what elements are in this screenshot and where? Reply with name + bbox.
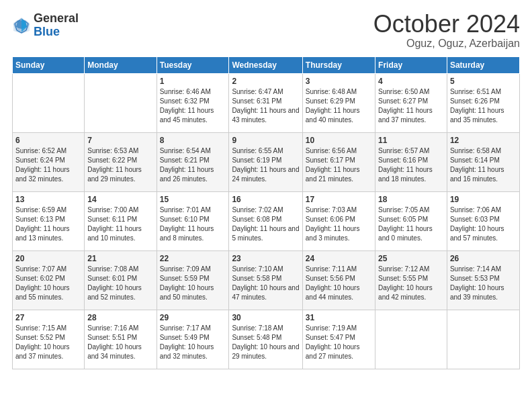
calendar-cell: 29Sunrise: 7:17 AM Sunset: 5:49 PM Dayli… bbox=[157, 310, 229, 369]
calendar-header: Sunday Monday Tuesday Wednesday Thursday… bbox=[13, 57, 520, 74]
col-monday: Monday bbox=[85, 57, 157, 74]
day-info: Sunrise: 7:12 AM Sunset: 5:55 PM Dayligh… bbox=[378, 265, 444, 302]
calendar-cell: 18Sunrise: 7:05 AM Sunset: 6:05 PM Dayli… bbox=[375, 192, 447, 251]
day-number: 10 bbox=[306, 136, 372, 145]
day-number: 1 bbox=[160, 77, 226, 86]
calendar-cell: 11Sunrise: 6:57 AM Sunset: 6:16 PM Dayli… bbox=[375, 133, 447, 192]
day-info: Sunrise: 7:01 AM Sunset: 6:10 PM Dayligh… bbox=[160, 205, 226, 243]
calendar: Sunday Monday Tuesday Wednesday Thursday… bbox=[12, 56, 520, 369]
calendar-body: 1Sunrise: 6:46 AM Sunset: 6:32 PM Daylig… bbox=[13, 74, 520, 369]
logo-text: General Blue bbox=[34, 12, 79, 39]
day-number: 9 bbox=[232, 136, 299, 145]
day-info: Sunrise: 7:10 AM Sunset: 5:58 PM Dayligh… bbox=[232, 265, 299, 302]
calendar-cell: 7Sunrise: 6:53 AM Sunset: 6:22 PM Daylig… bbox=[85, 133, 157, 192]
day-number: 15 bbox=[160, 195, 226, 204]
day-number: 2 bbox=[232, 77, 299, 86]
calendar-cell bbox=[85, 74, 157, 133]
day-info: Sunrise: 7:15 AM Sunset: 5:52 PM Dayligh… bbox=[15, 324, 81, 361]
location: Oguz, Oguz, Azerbaijan bbox=[373, 38, 520, 50]
day-info: Sunrise: 7:08 AM Sunset: 6:01 PM Dayligh… bbox=[87, 265, 153, 302]
calendar-cell: 13Sunrise: 6:59 AM Sunset: 6:13 PM Dayli… bbox=[13, 192, 85, 251]
calendar-cell: 21Sunrise: 7:08 AM Sunset: 6:01 PM Dayli… bbox=[85, 251, 157, 310]
day-info: Sunrise: 7:05 AM Sunset: 6:05 PM Dayligh… bbox=[378, 205, 444, 243]
logo-icon bbox=[12, 16, 31, 35]
calendar-cell: 17Sunrise: 7:03 AM Sunset: 6:06 PM Dayli… bbox=[302, 192, 375, 251]
calendar-cell bbox=[13, 74, 85, 133]
day-info: Sunrise: 6:51 AM Sunset: 6:26 PM Dayligh… bbox=[450, 87, 517, 125]
day-info: Sunrise: 7:17 AM Sunset: 5:49 PM Dayligh… bbox=[160, 324, 226, 361]
calendar-cell: 10Sunrise: 6:56 AM Sunset: 6:17 PM Dayli… bbox=[302, 133, 375, 192]
day-info: Sunrise: 7:18 AM Sunset: 5:48 PM Dayligh… bbox=[232, 324, 299, 361]
day-info: Sunrise: 7:11 AM Sunset: 5:56 PM Dayligh… bbox=[306, 265, 372, 302]
day-number: 13 bbox=[15, 195, 81, 204]
calendar-cell: 1Sunrise: 6:46 AM Sunset: 6:32 PM Daylig… bbox=[157, 74, 229, 133]
day-info: Sunrise: 7:16 AM Sunset: 5:51 PM Dayligh… bbox=[87, 324, 153, 361]
day-info: Sunrise: 6:48 AM Sunset: 6:29 PM Dayligh… bbox=[306, 87, 372, 125]
day-number: 12 bbox=[450, 136, 517, 145]
col-saturday: Saturday bbox=[447, 57, 519, 74]
calendar-cell: 26Sunrise: 7:14 AM Sunset: 5:53 PM Dayli… bbox=[447, 251, 519, 310]
calendar-cell: 3Sunrise: 6:48 AM Sunset: 6:29 PM Daylig… bbox=[302, 74, 375, 133]
day-number: 26 bbox=[450, 254, 517, 263]
col-thursday: Thursday bbox=[302, 57, 375, 74]
calendar-week-2: 6Sunrise: 6:52 AM Sunset: 6:24 PM Daylig… bbox=[13, 133, 520, 192]
calendar-cell: 5Sunrise: 6:51 AM Sunset: 6:26 PM Daylig… bbox=[447, 74, 519, 133]
day-number: 21 bbox=[87, 254, 153, 263]
day-number: 31 bbox=[306, 313, 372, 322]
day-info: Sunrise: 6:55 AM Sunset: 6:19 PM Dayligh… bbox=[232, 146, 299, 184]
col-friday: Friday bbox=[375, 57, 447, 74]
title-section: October 2024 Oguz, Oguz, Azerbaijan bbox=[373, 12, 520, 50]
day-number: 23 bbox=[232, 254, 299, 263]
day-info: Sunrise: 6:53 AM Sunset: 6:22 PM Dayligh… bbox=[87, 146, 153, 184]
calendar-cell bbox=[375, 310, 447, 369]
day-number: 25 bbox=[378, 254, 444, 263]
day-info: Sunrise: 6:46 AM Sunset: 6:32 PM Dayligh… bbox=[160, 87, 226, 125]
day-number: 29 bbox=[160, 313, 226, 322]
logo-general-text: General bbox=[34, 12, 79, 26]
day-info: Sunrise: 7:00 AM Sunset: 6:11 PM Dayligh… bbox=[87, 205, 153, 243]
calendar-cell: 8Sunrise: 6:54 AM Sunset: 6:21 PM Daylig… bbox=[157, 133, 229, 192]
day-info: Sunrise: 7:07 AM Sunset: 6:02 PM Dayligh… bbox=[15, 265, 81, 302]
calendar-cell bbox=[447, 310, 519, 369]
day-number: 24 bbox=[306, 254, 372, 263]
day-number: 6 bbox=[15, 136, 81, 145]
day-info: Sunrise: 6:54 AM Sunset: 6:21 PM Dayligh… bbox=[160, 146, 226, 184]
day-number: 19 bbox=[450, 195, 517, 204]
calendar-week-4: 20Sunrise: 7:07 AM Sunset: 6:02 PM Dayli… bbox=[13, 251, 520, 310]
calendar-week-1: 1Sunrise: 6:46 AM Sunset: 6:32 PM Daylig… bbox=[13, 74, 520, 133]
calendar-cell: 16Sunrise: 7:02 AM Sunset: 6:08 PM Dayli… bbox=[229, 192, 302, 251]
day-info: Sunrise: 7:14 AM Sunset: 5:53 PM Dayligh… bbox=[450, 265, 517, 302]
col-wednesday: Wednesday bbox=[229, 57, 302, 74]
day-info: Sunrise: 7:09 AM Sunset: 5:59 PM Dayligh… bbox=[160, 265, 226, 302]
calendar-cell: 20Sunrise: 7:07 AM Sunset: 6:02 PM Dayli… bbox=[13, 251, 85, 310]
day-info: Sunrise: 6:47 AM Sunset: 6:31 PM Dayligh… bbox=[232, 87, 299, 125]
calendar-cell: 9Sunrise: 6:55 AM Sunset: 6:19 PM Daylig… bbox=[229, 133, 302, 192]
day-number: 11 bbox=[378, 136, 444, 145]
calendar-cell: 25Sunrise: 7:12 AM Sunset: 5:55 PM Dayli… bbox=[375, 251, 447, 310]
day-number: 7 bbox=[87, 136, 153, 145]
day-info: Sunrise: 6:56 AM Sunset: 6:17 PM Dayligh… bbox=[306, 146, 372, 184]
day-number: 3 bbox=[306, 77, 372, 86]
day-number: 14 bbox=[87, 195, 153, 204]
day-number: 4 bbox=[378, 77, 444, 86]
calendar-cell: 28Sunrise: 7:16 AM Sunset: 5:51 PM Dayli… bbox=[85, 310, 157, 369]
day-info: Sunrise: 7:02 AM Sunset: 6:08 PM Dayligh… bbox=[232, 205, 299, 243]
day-number: 8 bbox=[160, 136, 226, 145]
calendar-cell: 27Sunrise: 7:15 AM Sunset: 5:52 PM Dayli… bbox=[13, 310, 85, 369]
day-number: 27 bbox=[15, 313, 81, 322]
calendar-cell: 6Sunrise: 6:52 AM Sunset: 6:24 PM Daylig… bbox=[13, 133, 85, 192]
day-info: Sunrise: 6:59 AM Sunset: 6:13 PM Dayligh… bbox=[15, 205, 81, 243]
day-info: Sunrise: 6:52 AM Sunset: 6:24 PM Dayligh… bbox=[15, 146, 81, 184]
calendar-cell: 19Sunrise: 7:06 AM Sunset: 6:03 PM Dayli… bbox=[447, 192, 519, 251]
logo-blue-text: Blue bbox=[34, 26, 79, 39]
day-number: 22 bbox=[160, 254, 226, 263]
calendar-cell: 30Sunrise: 7:18 AM Sunset: 5:48 PM Dayli… bbox=[229, 310, 302, 369]
day-number: 16 bbox=[232, 195, 299, 204]
calendar-cell: 24Sunrise: 7:11 AM Sunset: 5:56 PM Dayli… bbox=[302, 251, 375, 310]
day-number: 17 bbox=[306, 195, 372, 204]
month-title: October 2024 bbox=[373, 12, 520, 36]
day-info: Sunrise: 7:19 AM Sunset: 5:47 PM Dayligh… bbox=[306, 324, 372, 361]
page: General Blue October 2024 Oguz, Oguz, Az… bbox=[0, 0, 532, 411]
day-number: 20 bbox=[15, 254, 81, 263]
calendar-cell: 4Sunrise: 6:50 AM Sunset: 6:27 PM Daylig… bbox=[375, 74, 447, 133]
